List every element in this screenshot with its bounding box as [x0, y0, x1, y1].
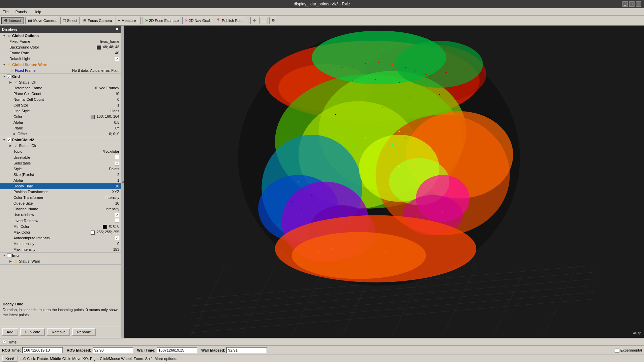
grid-line-style-row[interactable]: Line Style Lines [0, 108, 121, 114]
menu-panels[interactable]: Panels [14, 9, 28, 14]
pointcloud2-position-transformer-row[interactable]: Position Transformer XYZ [0, 189, 121, 195]
pointcloud2-size-row[interactable]: Size (Pixels) 2 [0, 172, 121, 178]
3d-viewport[interactable]: 40 fp [124, 26, 644, 338]
global-options-arrow[interactable]: ▼ [3, 34, 7, 37]
global-status-header[interactable]: ▼ ⚠ Global Status: Warn [0, 62, 121, 68]
fixed-frame-row[interactable]: Fixed Frame livox_frame [0, 39, 121, 44]
close-button[interactable]: ✕ [636, 1, 641, 7]
imu-status-row[interactable]: ▶ ⚠ Status: Warn [0, 259, 121, 264]
grid-offset-row[interactable]: ▶ Offset 0; 0; 0 [0, 131, 121, 137]
remove-button[interactable]: Remove [47, 328, 70, 336]
interact-button[interactable]: ⊕ Interact [1, 17, 24, 24]
pointcloud2-style-value: Points [109, 167, 119, 171]
maximize-button[interactable]: □ [629, 1, 635, 7]
pointcloud2-invert-rainbow-checkbox[interactable] [115, 218, 119, 222]
grid-plane-row[interactable]: Plane XY [0, 125, 121, 131]
background-color-row[interactable]: Background Color 48; 48; 48 [0, 44, 121, 50]
grid-offset-arrow[interactable]: ▶ [13, 132, 18, 135]
duplicate-button[interactable]: Duplicate [20, 328, 45, 336]
publish-point-button[interactable]: 📍 Publish Point [214, 17, 246, 24]
pointcloud2-header[interactable]: ▼ PointCloud2 [0, 137, 121, 143]
pointcloud2-use-rainbow-row[interactable]: Use rainbow [0, 212, 121, 218]
panel-resize-handle[interactable]: ◀ [121, 26, 124, 338]
global-status-fixed-frame-row[interactable]: ⚠ Fixed Frame No tf data. Actual error: … [0, 68, 121, 73]
grid-arrow[interactable]: ▼ [3, 75, 7, 78]
measure-button[interactable]: ━ Measure [116, 17, 138, 24]
pointcloud2-max-color-row[interactable]: Max Color 255; 255; 255 [0, 230, 121, 235]
imu-status-arrow[interactable]: ▶ [9, 260, 13, 263]
svg-point-67 [415, 174, 417, 176]
global-status-arrow[interactable]: ▼ [3, 63, 7, 66]
minimize-button[interactable]: _ [622, 1, 628, 7]
grid-header[interactable]: ▼ Grid [0, 74, 121, 80]
imu-arrow[interactable]: ▼ [3, 254, 7, 257]
pointcloud2-min-color-row[interactable]: Min Color 0; 0; 0 [0, 224, 121, 230]
pointcloud2-alpha-label: Alpha [13, 178, 116, 182]
pointcloud2-selectable-checkbox[interactable] [115, 161, 119, 165]
default-light-checkbox[interactable] [115, 57, 119, 61]
menu-help[interactable]: Help [32, 9, 42, 14]
pointcloud2-max-intensity-row[interactable]: Max Intensity 153 [0, 247, 121, 252]
pointcloud2-use-rainbow-checkbox[interactable] [115, 213, 119, 217]
pointcloud2-topic-row[interactable]: Topic /livox/lidar [0, 149, 121, 154]
grid-status-row[interactable]: ▶ ✓ Status: Ok [0, 80, 121, 85]
grid-color-row[interactable]: Color 160; 160; 164 [0, 114, 121, 120]
panel-close-button[interactable]: ✕ [115, 27, 119, 32]
svg-point-42 [416, 70, 417, 71]
select-button[interactable]: ▢ Select [60, 17, 80, 24]
move-camera-button[interactable]: 📷 Move Camera [25, 17, 59, 24]
grid-normal-cell-count-row[interactable]: Normal Cell Count 0 [0, 97, 121, 102]
grid-line-style-label: Line Style [13, 109, 109, 113]
grid-status-arrow[interactable]: ▶ [9, 81, 13, 84]
settings-button[interactable]: ⚙ [269, 17, 277, 24]
crosshair-button[interactable]: ✛ [250, 17, 258, 24]
focus-camera-button[interactable]: ◎ Focus Camera [81, 17, 114, 24]
window-title: display_lidar_points.rviz* - RViz [294, 2, 350, 6]
pointcloud2-decay-row[interactable]: Decay Time 10 [0, 183, 121, 189]
minus-button[interactable]: — [259, 17, 268, 24]
reset-button[interactable]: Reset [2, 356, 18, 362]
pointcloud2-channel-name-row[interactable]: Channel Name intensity [0, 206, 121, 212]
window-controls[interactable]: _ □ ✕ [622, 1, 641, 7]
focus-icon: ◎ [83, 18, 87, 23]
pointcloud2-unreliable-checkbox[interactable] [115, 155, 119, 159]
rename-button[interactable]: Rename [72, 328, 96, 336]
status-bar-info: Left-Click: Rotate. Middle-Click: Move X… [20, 357, 177, 361]
grid-alpha-row[interactable]: Alpha 0.5 [0, 120, 121, 125]
global-options-header[interactable]: ▼ ⚙ Global Options [0, 33, 121, 39]
grid-plane-cell-count-row[interactable]: Plane Cell Count 10 [0, 91, 121, 97]
wall-elapsed-label: Wall Elapsed: [201, 348, 225, 352]
imu-header[interactable]: ▼ Imu [0, 253, 121, 259]
crosshair-icon: ✛ [253, 18, 256, 23]
displays-tree[interactable]: ▼ ⚙ Global Options Fixed Frame livox_fra… [0, 33, 121, 299]
nav-goal-button[interactable]: ➤ 2D Nav Goal [182, 17, 212, 24]
pointcloud2-unreliable-row[interactable]: Unreliable [0, 154, 121, 160]
experimental-checkbox[interactable] [615, 348, 619, 353]
add-button[interactable]: Add [2, 328, 18, 336]
pointcloud2-status-arrow[interactable]: ▶ [9, 144, 13, 147]
grid-plane-cell-count-value: 10 [115, 92, 119, 96]
frame-rate-row[interactable]: Frame Rate 40 [0, 50, 121, 56]
svg-point-87 [375, 79, 376, 80]
pointcloud2-invert-rainbow-row[interactable]: Invert Rainbow [0, 218, 121, 224]
grid-cell-size-row[interactable]: Cell Size 1 [0, 102, 121, 108]
menu-file[interactable]: File [1, 9, 10, 14]
pointcloud2-decay-label: Decay Time [13, 184, 114, 188]
pointcloud2-alpha-row[interactable]: Alpha 1 [0, 178, 121, 183]
pointcloud2-queue-size-row[interactable]: Queue Size 10 [0, 201, 121, 206]
background-color-label: Background Color [9, 45, 95, 49]
pointcloud2-status-row[interactable]: ▶ ✓ Status: Ok [0, 143, 121, 149]
pointcloud2-style-row[interactable]: Style Points [0, 166, 121, 172]
grid-reference-frame-row[interactable]: Reference Frame <Fixed Frame> [0, 85, 121, 91]
pointcloud2-min-intensity-row[interactable]: Min Intensity 0 [0, 241, 121, 247]
default-light-row[interactable]: Default Light [0, 56, 121, 62]
pose-estimate-button[interactable]: ➤ 2D Pose Estimate [143, 17, 181, 24]
pointcloud2-autocompute-checkbox[interactable] [115, 236, 119, 240]
pointcloud2-color-transformer-row[interactable]: Color Transformer Intensity [0, 195, 121, 201]
pointcloud2-max-intensity-label: Max Intensity [13, 247, 112, 251]
pointcloud2-arrow[interactable]: ▼ [3, 138, 7, 142]
background-color-value: 48; 48; 48 [97, 45, 119, 49]
pointcloud2-autocompute-row[interactable]: Autocompute Intensity ... [0, 235, 121, 241]
pointcloud2-selectable-row[interactable]: Selectable [0, 160, 121, 166]
menu-bar: File Panels Help [0, 8, 644, 16]
